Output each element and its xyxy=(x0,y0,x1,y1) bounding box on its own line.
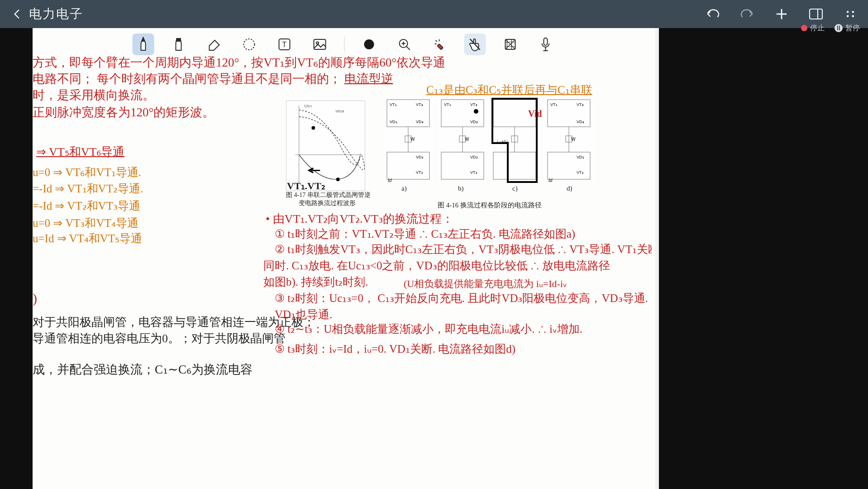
zoom-tool[interactable] xyxy=(394,34,415,55)
svg-text:VT₃: VT₃ xyxy=(470,102,477,107)
laser-tool[interactable] xyxy=(429,34,451,55)
svg-text:VD₃: VD₃ xyxy=(416,120,424,124)
svg-point-4 xyxy=(847,15,849,17)
annotation: Vid xyxy=(528,109,542,119)
svg-text:Id: Id xyxy=(388,178,392,183)
pause-icon xyxy=(835,24,843,32)
svg-point-12 xyxy=(364,39,374,49)
note-line: =-Id ⇒ VT₁和VT₂导通. xyxy=(33,181,143,196)
note-line: ) xyxy=(33,291,37,306)
svg-text:VT₂: VT₂ xyxy=(577,170,584,175)
figure-caption: 变电路换流过程波形 xyxy=(299,199,356,207)
figure-caption: 图 4-17 串联二极管式晶闸管逆 xyxy=(286,191,371,199)
svg-text:W: W xyxy=(571,137,576,142)
stop-label: 停止 xyxy=(810,24,825,33)
svg-text:VD₃: VD₃ xyxy=(470,120,478,124)
text-tool[interactable]: T xyxy=(274,34,296,55)
svg-text:VT₁: VT₁ xyxy=(444,102,451,107)
svg-text:VD₃: VD₃ xyxy=(577,120,584,124)
pattern-tool[interactable] xyxy=(500,34,521,55)
lasso-tool[interactable] xyxy=(238,34,260,55)
svg-text:VD₂: VD₂ xyxy=(470,155,478,159)
svg-rect-20 xyxy=(544,38,548,45)
toolbar-separator xyxy=(344,36,345,53)
note-line: 正则脉冲宽度各为120°的矩形波。 xyxy=(33,104,215,120)
pause-label: 暂停 xyxy=(845,24,860,33)
svg-point-3 xyxy=(852,11,854,13)
note-line: (U相负载提供能量充电电流为 iᵤ=Id-iᵥ xyxy=(404,277,567,291)
mic-tool[interactable] xyxy=(535,34,557,55)
more-button[interactable] xyxy=(841,5,860,24)
note-line: 导通管相连的电容电压为0。；对于共阴极晶闸管 xyxy=(33,331,286,346)
image-tool[interactable] xyxy=(309,34,331,55)
pause-recording-button[interactable]: 暂停 xyxy=(835,24,860,33)
marker-tool[interactable] xyxy=(168,34,190,55)
note-line: ② t₁时刻触发VT₃，因此时C₁₃左正右负，VT₃阴极电位低 ∴ VT₃导通.… xyxy=(275,242,652,257)
circuit-b: VT₁VT₃VD₃WVD₂VT₂ xyxy=(438,98,487,184)
redo-button[interactable] xyxy=(738,5,757,24)
note-line: ③ t₂时刻：Uc₁₃=0， C₁₃开始反向充电. 且此时VD₃阳极电位变高，V… xyxy=(275,291,648,306)
svg-text:VT₁: VT₁ xyxy=(390,102,397,107)
note-line: u=Id ⇒ VT₄和VT₅导通 xyxy=(33,231,142,246)
note-line: ④ t₂∼t₃：U相负载能量逐渐减小，即充电电流iᵤ减小. ∴ iᵥ增加. xyxy=(275,321,582,336)
split-view-button[interactable] xyxy=(806,5,825,24)
svg-point-5 xyxy=(852,15,854,17)
svg-text:iᵤ=Id-iᵥ: iᵤ=Id-iᵥ xyxy=(497,139,510,144)
svg-rect-0 xyxy=(810,9,822,19)
note-line: 电路不同； 每个时刻有两个晶闸管导通且不是同一相的； 电流型逆 xyxy=(33,71,393,87)
note-line: 如图b). 持续到t₂时刻. xyxy=(263,274,368,289)
sub-caption: d) xyxy=(567,185,572,192)
svg-text:VT₃: VT₃ xyxy=(416,102,423,107)
sub-caption: b) xyxy=(458,185,464,192)
svg-text:Uc₀: Uc₀ xyxy=(305,103,312,108)
svg-rect-6 xyxy=(177,38,181,41)
svg-rect-51 xyxy=(493,152,536,179)
note-line: =-Id ⇒ VT₂和VT₃导通 xyxy=(33,198,140,213)
svg-text:Id: Id xyxy=(548,178,553,183)
screen-record-controls: 停止 暂停 xyxy=(801,21,860,35)
svg-text:VT₂: VT₂ xyxy=(416,170,423,175)
annotation: VT₁.VT₂ xyxy=(287,180,325,192)
app-header: 电力电子 xyxy=(0,0,868,28)
add-button[interactable] xyxy=(772,5,791,24)
eraser-tool[interactable] xyxy=(203,34,225,55)
record-icon xyxy=(801,25,807,31)
stop-recording-button[interactable]: 停止 xyxy=(801,24,825,33)
svg-text:W: W xyxy=(410,137,415,142)
color-picker[interactable] xyxy=(358,34,380,55)
note-line: • 由VT₁.VT₂向VT₂.VT₃的换流过程： xyxy=(266,211,453,227)
svg-text:VD₂: VD₂ xyxy=(577,155,584,159)
svg-text:VT₁: VT₁ xyxy=(550,102,558,107)
editor-toolbar: T xyxy=(133,32,557,57)
note-line: ⇒ VT₅和VT₆导通 xyxy=(36,144,124,160)
back-button[interactable] xyxy=(8,5,26,23)
svg-text:VD₂: VD₂ xyxy=(416,155,424,159)
svg-text:W: W xyxy=(465,137,469,142)
figure-caption: 图 4-16 换流过程各阶段的电流路径 xyxy=(438,201,542,210)
undo-button[interactable] xyxy=(703,5,722,24)
svg-point-2 xyxy=(847,11,849,13)
svg-text:T: T xyxy=(282,41,287,48)
note-line: 对于共阳极晶闸管，电容器与导通管相连一端为正极； xyxy=(33,314,315,330)
svg-rect-17 xyxy=(437,44,443,50)
note-line: u=0 ⇒ VT₃和VT₄导通 xyxy=(33,216,138,230)
svg-point-7 xyxy=(244,39,255,50)
svg-text:uc₁₃: uc₁₃ xyxy=(336,108,344,113)
vertical-scrollbar[interactable] xyxy=(655,28,659,489)
note-canvas[interactable]: 方式，即每个臂在一个周期内导通120°，按VT₁到VT₆的顺序每隔60°依次导通… xyxy=(33,51,652,489)
note-line: 时，是采用横向换流。 xyxy=(33,87,155,103)
note-line: 成，并配合强迫换流；C₁∼C₆为换流电容 xyxy=(33,361,253,378)
sub-caption: a) xyxy=(401,185,407,192)
note-line: C₁₃是由C₃和C₅并联后再与C₁串联 xyxy=(426,82,592,97)
pen-tool[interactable] xyxy=(133,34,154,55)
page-title: 电力电子 xyxy=(29,5,83,23)
touch-toggle[interactable] xyxy=(464,34,486,55)
svg-text:VD₁: VD₁ xyxy=(390,120,397,124)
note-page: T xyxy=(33,28,656,489)
note-line: 同时. C₁₃放电. 在Uc₁₃<0之前，VD₃的阳极电位比较低 ∴ 放电电流路… xyxy=(263,258,610,273)
svg-point-23 xyxy=(311,126,315,130)
svg-point-24 xyxy=(336,177,340,181)
svg-line-14 xyxy=(407,47,410,50)
svg-point-49 xyxy=(474,109,478,114)
note-line: u=0 ⇒ VT₆和VT₁导通. xyxy=(33,165,141,180)
